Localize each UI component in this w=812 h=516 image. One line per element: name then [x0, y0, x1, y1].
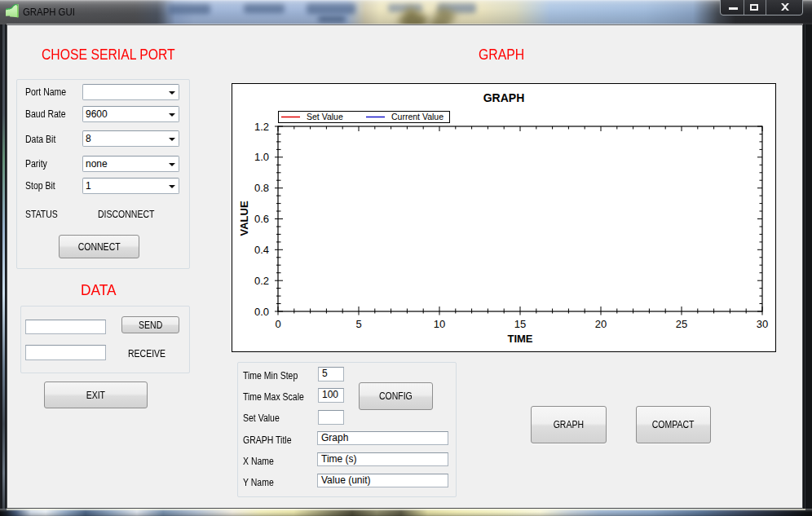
svg-text:Set Value: Set Value [307, 112, 343, 121]
svg-text:TIME: TIME [507, 333, 532, 345]
svg-text:0: 0 [275, 318, 280, 330]
svg-text:5: 5 [355, 318, 361, 330]
svg-text:Current Value: Current Value [391, 112, 444, 121]
svg-text:VALUE: VALUE [238, 201, 250, 236]
svg-text:1.0: 1.0 [254, 151, 269, 163]
svg-text:0.4: 0.4 [254, 244, 269, 256]
svg-text:0.2: 0.2 [254, 275, 269, 287]
svg-text:1.2: 1.2 [254, 121, 269, 133]
svg-text:GRAPH: GRAPH [483, 91, 525, 104]
svg-text:0.6: 0.6 [254, 213, 269, 225]
svg-text:15: 15 [514, 318, 526, 330]
svg-text:30: 30 [757, 318, 768, 330]
svg-text:0.8: 0.8 [254, 182, 269, 194]
svg-text:0.0: 0.0 [254, 306, 269, 318]
svg-text:25: 25 [676, 318, 687, 330]
svg-text:10: 10 [434, 318, 445, 330]
svg-text:20: 20 [595, 318, 607, 330]
